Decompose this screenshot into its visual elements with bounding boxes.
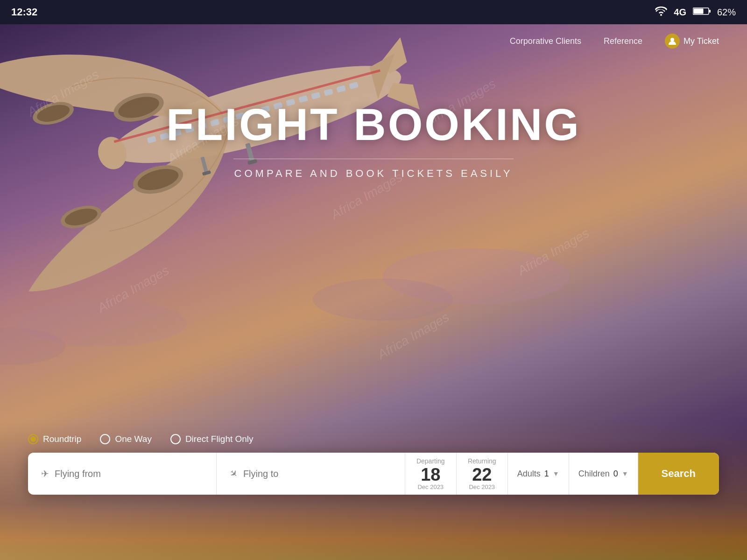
flying-from-icon: ✈ xyxy=(41,468,49,479)
departing-label: Departing xyxy=(416,457,445,465)
hero-title: FLIGHT BOOKING xyxy=(0,99,747,150)
departing-day: 18 xyxy=(421,466,440,483)
one-way-label: One Way xyxy=(115,434,152,444)
direct-flight-radio[interactable] xyxy=(170,434,181,444)
children-label: Children xyxy=(578,469,610,479)
wifi-icon xyxy=(655,7,667,18)
navigation: Corporative Clients Reference My Ticket xyxy=(510,34,719,49)
my-ticket-label: My Ticket xyxy=(684,36,719,46)
adults-field[interactable]: Adults 1 ▼ xyxy=(508,453,569,495)
flying-from-field: ✈ xyxy=(28,453,217,495)
adults-count: 1 xyxy=(544,469,549,479)
children-field[interactable]: Children 0 ▼ xyxy=(569,453,638,495)
adults-label: Adults xyxy=(517,469,541,479)
one-way-radio[interactable] xyxy=(100,434,110,444)
trip-type-row: Roundtrip One Way Direct Flight Only xyxy=(28,434,719,444)
battery-percent: 62% xyxy=(717,7,736,18)
corporate-clients-link[interactable]: Corporative Clients xyxy=(510,36,581,46)
search-button[interactable]: Search xyxy=(638,453,719,495)
hero-section: FLIGHT BOOKING COMPARE AND BOOK TICKETS … xyxy=(0,99,747,180)
roundtrip-label: Roundtrip xyxy=(43,434,81,444)
flying-to-field: ✈ xyxy=(217,453,405,495)
search-section: Roundtrip One Way Direct Flight Only ✈ ✈ xyxy=(28,434,719,495)
svg-rect-2 xyxy=(709,10,711,13)
network-indicator: 4G xyxy=(674,7,686,18)
status-time: 12:32 xyxy=(11,6,37,18)
flying-to-input[interactable] xyxy=(243,469,392,479)
hero-subtitle: COMPARE AND BOOK TICKETS EASILY xyxy=(0,168,747,180)
search-bar: ✈ ✈ Departing 18 Dec 2023 Returning 22 D… xyxy=(28,453,719,495)
airplane-illustration xyxy=(0,24,616,416)
hero-divider xyxy=(233,159,514,159)
returning-label: Returning xyxy=(468,457,496,465)
svg-rect-1 xyxy=(693,8,703,14)
departing-month: Dec 2023 xyxy=(417,483,444,490)
adults-dropdown-icon[interactable]: ▼ xyxy=(553,470,559,477)
returning-month: Dec 2023 xyxy=(469,483,495,490)
flying-to-icon: ✈ xyxy=(227,467,240,481)
background: Corporative Clients Reference My Ticket … xyxy=(0,24,747,560)
reference-link[interactable]: Reference xyxy=(604,36,642,46)
svg-point-38 xyxy=(670,38,674,42)
children-count: 0 xyxy=(613,469,618,479)
direct-flight-label: Direct Flight Only xyxy=(185,434,254,444)
flying-from-input[interactable] xyxy=(55,469,203,479)
svg-point-4 xyxy=(313,279,453,321)
departing-date-field[interactable]: Departing 18 Dec 2023 xyxy=(405,453,457,495)
my-ticket-link[interactable]: My Ticket xyxy=(665,34,719,49)
children-dropdown-icon[interactable]: ▼ xyxy=(622,470,628,477)
user-avatar-icon xyxy=(665,34,680,49)
roundtrip-radio[interactable] xyxy=(28,434,38,444)
returning-day: 22 xyxy=(472,466,492,483)
one-way-option[interactable]: One Way xyxy=(100,434,152,444)
status-icons: 4G 62% xyxy=(655,7,736,18)
returning-date-field[interactable]: Returning 22 Dec 2023 xyxy=(457,453,508,495)
roundtrip-option[interactable]: Roundtrip xyxy=(28,434,81,444)
status-bar: 12:32 4G 62% xyxy=(0,0,747,24)
battery-icon xyxy=(693,7,711,18)
direct-flight-option[interactable]: Direct Flight Only xyxy=(170,434,254,444)
